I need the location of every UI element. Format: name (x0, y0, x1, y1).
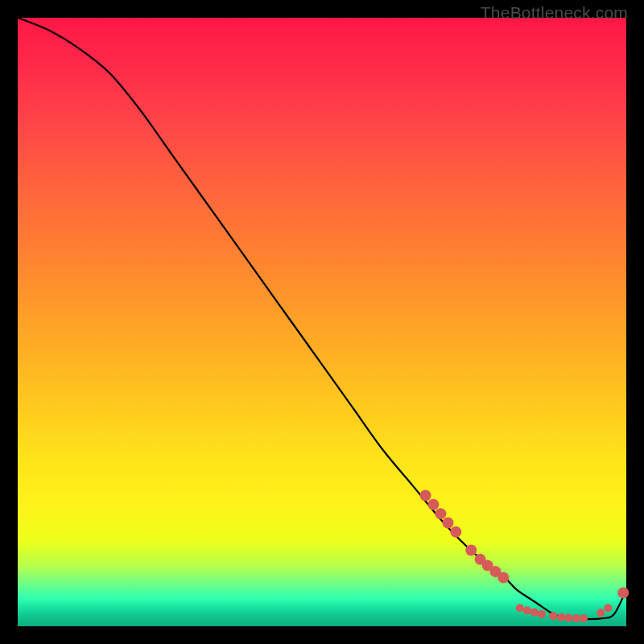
data-marker (604, 604, 612, 612)
data-marker (497, 572, 509, 584)
data-marker (435, 508, 446, 519)
data-marker (549, 612, 557, 620)
data-marker (557, 613, 565, 621)
data-marker (617, 587, 629, 598)
bottleneck-curve (18, 18, 626, 619)
data-marker (523, 606, 531, 614)
data-marker (450, 526, 461, 538)
chart-container (18, 18, 626, 626)
data-marker (516, 604, 524, 612)
data-marker (420, 489, 431, 501)
data-marker (572, 614, 580, 622)
data-marker (597, 609, 605, 617)
data-marker (530, 609, 539, 617)
data-marker (538, 610, 546, 618)
data-markers (420, 489, 630, 622)
data-marker (427, 499, 439, 510)
data-marker (580, 614, 588, 622)
data-marker (442, 517, 453, 528)
attribution-text: TheBottleneck.com (481, 3, 628, 23)
data-marker (564, 613, 572, 621)
chart-svg (18, 18, 626, 626)
data-marker (465, 545, 477, 556)
